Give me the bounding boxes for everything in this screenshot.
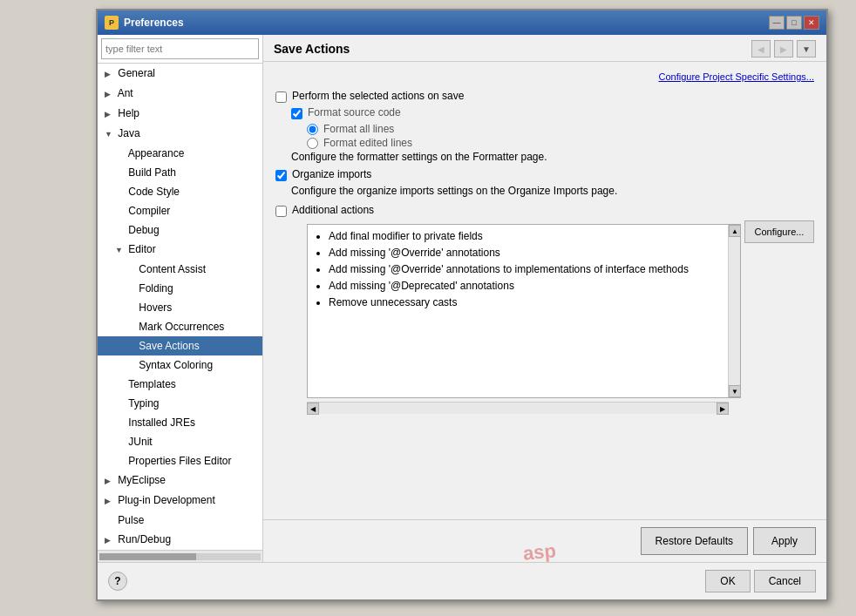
tree-item-debug[interactable]: Debug [98, 220, 262, 240]
list-vscrollbar[interactable]: ▲ ▼ [728, 225, 740, 397]
expand-icon: ▶ [105, 473, 113, 489]
tree-item-appearance[interactable]: Appearance [98, 144, 262, 163]
hscroll-left-arrow[interactable]: ◀ [307, 403, 319, 415]
scroll-up-arrow[interactable]: ▲ [729, 225, 741, 237]
tree-item-ant[interactable]: ▶ Ant [98, 84, 262, 104]
tree-item-codestyle[interactable]: Code Style [98, 182, 262, 201]
format-all-radio[interactable] [307, 124, 318, 135]
hscroll-right-arrow[interactable]: ▶ [717, 403, 729, 415]
expand-icon: ▶ [105, 106, 113, 122]
formatter-desc-text2: page. [520, 151, 547, 163]
tree-item-compiler[interactable]: Compiler [98, 201, 262, 220]
configure-project-link-row: Configure Project Specific Settings... [275, 71, 814, 83]
tree-label-buildpath: Build Path [128, 166, 176, 179]
content-panel: Save Actions ◀ ▶ ▼ Configure Project Spe… [263, 35, 826, 562]
tree-label-debug: Debug [128, 224, 159, 236]
dialog-title-text: Preferences [124, 17, 184, 29]
tree-item-saveactions[interactable]: Save Actions [98, 336, 262, 355]
tree-item-folding[interactable]: Folding [98, 279, 262, 298]
format-edited-label: Format edited lines [323, 137, 412, 149]
tree-hscrollbar[interactable] [98, 550, 262, 562]
tree-label-codestyle: Code Style [128, 186, 180, 198]
tree-item-myeclipse[interactable]: ▶ MyEclipse [98, 470, 262, 491]
tree-label-ant: Ant [118, 87, 133, 99]
tree-item-java[interactable]: ▼ Java [98, 124, 262, 144]
ok-button[interactable]: OK [705, 570, 750, 592]
organize-imports-label: Organize imports [292, 168, 371, 180]
nav-forward-button[interactable]: ▶ [774, 40, 793, 58]
expand-icon: ▶ [105, 66, 113, 82]
tree-item-general[interactable]: ▶ General [98, 64, 262, 84]
tree-item-syntaxcoloring[interactable]: Syntax Coloring [98, 355, 262, 375]
apply-button[interactable]: Apply [753, 527, 816, 555]
tree-item-pulse[interactable]: Pulse [98, 511, 262, 530]
search-box [98, 35, 262, 64]
format-edited-row: Format edited lines [307, 137, 814, 149]
search-input[interactable] [101, 38, 259, 59]
tree-item-installedjres[interactable]: Installed JREs [98, 413, 262, 432]
dialog-titlebar: P Preferences — □ ✕ [98, 10, 826, 35]
tree-label-syntaxcoloring: Syntax Coloring [139, 359, 213, 371]
configure-button[interactable]: Configure... [744, 220, 814, 243]
tree-item-junit[interactable]: JUnit [98, 432, 262, 451]
maximize-button[interactable]: □ [786, 16, 802, 30]
expand-icon: ▼ [115, 242, 124, 258]
tree-panel: ▶ General ▶ Ant ▶ Help ▼ Java Ap [98, 35, 263, 562]
tree-label-plugindevelopment: Plug-in Development [118, 494, 214, 506]
close-button[interactable]: ✕ [804, 16, 819, 30]
list-item: Add missing '@Deprecated' annotations [329, 278, 733, 294]
action-item-2: Add missing '@Override' annotations to i… [329, 263, 689, 275]
organize-imports-checkbox[interactable] [275, 170, 287, 181]
tree-item-templates[interactable]: Templates [98, 375, 262, 394]
additional-actions-list: Add final modifier to private fields Add… [307, 224, 741, 398]
list-hscrollbar[interactable]: ◀ ▶ [307, 402, 729, 414]
tree-item-markoccurrences[interactable]: Mark Occurrences [98, 317, 262, 336]
scroll-down-arrow[interactable]: ▼ [729, 385, 741, 397]
organize-desc-text2: page. [591, 185, 617, 197]
tree-label-hovers: Hovers [139, 301, 172, 314]
tree-item-help[interactable]: ▶ Help [98, 104, 262, 124]
cancel-button[interactable]: Cancel [754, 570, 816, 592]
restore-defaults-button[interactable]: Restore Defaults [641, 527, 748, 555]
dialog-footer: ? OK Cancel [98, 562, 826, 599]
nav-buttons: ◀ ▶ ▼ [751, 40, 816, 58]
list-item: Add missing '@Override' annotations [329, 245, 733, 261]
expand-icon: ▶ [105, 532, 113, 548]
perform-actions-label: Perform the selected actions on save [292, 90, 464, 102]
tree-item-contentassist[interactable]: Content Assist [98, 260, 262, 279]
format-all-label: Format all lines [323, 123, 394, 135]
organize-desc-text: Configure the organize imports settings … [291, 185, 505, 197]
list-item: Remove unnecessary casts [329, 294, 733, 311]
tree-item-editor[interactable]: ▼ Editor [98, 240, 262, 260]
organize-link[interactable]: Organize Imports [508, 185, 588, 197]
tree-item-buildpath[interactable]: Build Path [98, 163, 262, 182]
list-item: Add final modifier to private fields [329, 228, 733, 245]
configure-project-link[interactable]: Configure Project Specific Settings... [658, 71, 814, 82]
tree-item-plugindevelopment[interactable]: ▶ Plug-in Development [98, 491, 262, 511]
additional-actions-checkbox[interactable] [275, 206, 287, 217]
nav-back-button[interactable]: ◀ [751, 40, 771, 58]
minimize-button[interactable]: — [769, 16, 785, 30]
formatter-link[interactable]: Formatter [472, 151, 518, 163]
tree-label-installedjres: Installed JREs [128, 416, 195, 429]
tree-item-typing[interactable]: Typing [98, 394, 262, 413]
tree-item-hovers[interactable]: Hovers [98, 298, 262, 317]
format-source-checkbox[interactable] [291, 108, 302, 119]
nav-dropdown-button[interactable]: ▼ [797, 40, 816, 58]
perform-actions-checkbox[interactable] [275, 91, 287, 103]
action-item-1: Add missing '@Override' annotations [329, 247, 500, 259]
dialog-content: ▶ General ▶ Ant ▶ Help ▼ Java Ap [98, 35, 826, 562]
formatter-desc-text: Configure the formatter settings on the [291, 151, 470, 163]
tree-item-propertieseditor[interactable]: Properties Files Editor [98, 451, 262, 470]
tree-label-compiler: Compiler [128, 205, 170, 217]
additional-actions-row: Additional actions [275, 204, 814, 217]
content-header: Save Actions ◀ ▶ ▼ [263, 35, 826, 62]
tree-item-rundebug[interactable]: ▶ Run/Debug [98, 530, 262, 550]
tree-label-junit: JUnit [128, 436, 152, 448]
additional-actions-label: Additional actions [292, 204, 374, 216]
icon-letter: P [109, 18, 114, 27]
tree-label-saveactions: Save Actions [139, 340, 199, 352]
actions-list-wrapper: Add final modifier to private fields Add… [291, 220, 741, 414]
format-edited-radio[interactable] [307, 138, 318, 149]
help-button[interactable]: ? [108, 572, 127, 591]
